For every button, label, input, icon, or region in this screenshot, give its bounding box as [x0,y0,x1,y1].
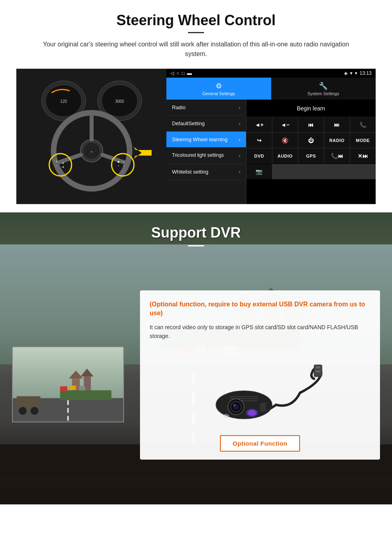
svg-text:-: - [56,164,57,168]
menu-radio-arrow: › [239,105,240,110]
svg-text:○: ○ [123,160,125,164]
dvr-optional-title: (Optional function, require to buy exter… [150,300,370,318]
menu-item-default[interactable]: DefaultSetting › [166,116,246,132]
hangup-button[interactable]: ↪ [246,133,272,148]
prev-track-icon: ⏮ [308,122,314,128]
phone-icon: 📞 [360,122,366,128]
menu-tricoloured-label: Tricoloured light settings [172,152,224,159]
dvr-description: It can record video only to storage in G… [150,323,370,341]
tel-prev-button[interactable]: 📞⏮ [324,148,350,164]
dvr-section: Support DVR [0,212,392,504]
svg-point-58 [30,407,38,415]
svg-rect-51 [70,386,76,390]
radio-label: RADIO [329,138,344,143]
tel-next-button[interactable]: ✕⏭ [350,148,376,164]
steering-divider [188,32,204,33]
camera-button[interactable]: 📷 [246,164,272,179]
begin-learn-button[interactable]: Begin learn [246,100,376,117]
gps-button[interactable]: GPS [298,148,324,164]
steering-content: 120 3000 ● [16,68,376,204]
svg-rect-52 [79,386,86,390]
system-settings-icon: 🔧 [319,82,328,90]
dvd-label: DVD [254,154,264,158]
steering-title: Steering Wheel Control [16,12,376,29]
back-nav-icon[interactable]: ◁ [170,70,174,76]
next-track-button[interactable]: ⏭ [324,117,350,132]
status-bar: ◁ ○ □ ▬ ◈ ▾ ▾ 13:13 [166,69,376,78]
audio-button[interactable]: AUDIO [272,148,298,164]
next-track-icon: ⏭ [334,122,340,128]
location-icon: ◈ [344,70,348,76]
menu-item-whitelist[interactable]: Whitelist setting › [166,164,246,180]
mode-label: MODE [356,138,370,143]
menu-whitelist-arrow: › [239,169,240,174]
camera-btn-row: 📷 [246,164,376,179]
menu-steering-arrow: › [239,137,240,142]
android-panel: ◁ ○ □ ▬ ◈ ▾ ▾ 13:13 ⚙ General Settings 🔧… [166,69,376,204]
radio-button[interactable]: RADIO [324,133,350,148]
mute-button[interactable]: 🔇 [272,133,298,148]
power-icon: ⏻ [308,137,314,144]
menu-whitelist-label: Whitelist setting [172,169,208,175]
recents-nav-icon[interactable]: □ [182,70,184,76]
steering-wheel-svg: 120 3000 ● [28,77,156,197]
android-menu-area: Radio › DefaultSetting › Steering Wheel … [166,100,376,204]
menu-tricoloured-arrow: › [239,153,240,158]
svg-point-72 [223,414,229,418]
home-nav-icon[interactable]: ○ [176,70,179,76]
svg-rect-74 [266,404,269,410]
tab-system-settings[interactable]: 🔧 System Settings [271,78,376,100]
menu-item-tricoloured[interactable]: Tricoloured light settings › [166,148,246,164]
menu-item-radio[interactable]: Radio › [166,100,246,116]
menu-default-label: DefaultSetting [172,120,205,126]
menu-item-steering[interactable]: Steering Wheel learning › [166,132,246,148]
phone-button[interactable]: 📞 [350,117,376,132]
svg-rect-53 [67,400,69,405]
menu-radio-label: Radio [172,104,186,110]
steering-wheel-image: 120 3000 ● [16,69,166,204]
power-button[interactable]: ⏻ [298,133,324,148]
dvd-button[interactable]: DVD [246,148,272,164]
camera-preview [12,346,124,422]
optional-function-button[interactable]: Optional Function [220,435,300,452]
dvr-divider [188,245,204,246]
camera-preview-inner [13,347,123,422]
control-buttons-grid: ◄+ ◄− ⏮ ⏭ 📞 [246,117,376,164]
mode-button[interactable]: MODE [350,133,376,148]
svg-point-71 [248,410,256,416]
svg-rect-55 [67,416,69,421]
svg-text:●: ● [90,150,92,154]
menu-default-arrow: › [239,121,240,126]
wifi-icon: ▾ [355,70,357,76]
svg-point-69 [234,404,236,406]
status-time: 13:13 [360,70,372,76]
svg-text:+: + [56,160,58,164]
android-tabs: ⚙ General Settings 🔧 System Settings [166,78,376,100]
begin-learn-row: Begin learn [246,100,376,117]
camera-icon: 📷 [256,168,262,175]
dvr-title: Support DVR [0,224,392,241]
menu-nav-icon[interactable]: ▬ [187,70,192,76]
svg-text:■: ■ [118,160,120,164]
svg-text:◄: ◄ [61,165,64,169]
tel-prev-icon: 📞⏮ [331,153,343,159]
tab-general-settings[interactable]: ⚙ General Settings [166,78,271,100]
vol-up-icon: ◄+ [255,122,264,128]
menu-list: Radio › DefaultSetting › Steering Wheel … [166,100,246,204]
svg-rect-54 [67,408,69,413]
settings-gear-icon: ⚙ [216,82,222,90]
dvr-header: Support DVR [0,212,392,250]
hangup-icon: ↪ [257,137,262,144]
svg-rect-60 [316,366,320,368]
mute-icon: 🔇 [282,137,288,144]
preview-scene-svg [13,346,123,422]
dvr-camera-svg [196,353,324,425]
vol-up-button[interactable]: ◄+ [246,117,272,132]
audio-label: AUDIO [278,154,293,158]
prev-track-button[interactable]: ⏮ [298,117,324,132]
svg-point-57 [19,407,27,415]
vol-down-button[interactable]: ◄− [272,117,298,132]
svg-text:120: 120 [60,99,67,104]
signal-icon: ▾ [350,70,352,76]
tab-system-label: System Settings [308,91,339,96]
